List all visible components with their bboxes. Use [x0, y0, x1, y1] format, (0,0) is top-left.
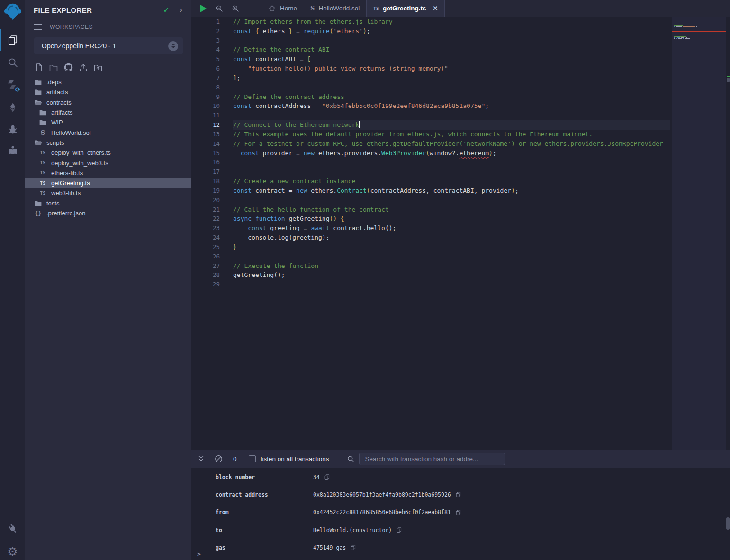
file-explorer-icon[interactable]	[0, 29, 25, 51]
new-file-icon[interactable]	[35, 63, 44, 72]
workspace-sort-icon[interactable]	[168, 41, 178, 51]
code-line-23: 23 const greeting = await contract.hello…	[191, 223, 670, 233]
json-icon: {}	[34, 210, 42, 217]
copy-icon[interactable]	[455, 509, 461, 516]
tree-item-tests[interactable]: tests	[25, 198, 191, 208]
line-number: 7	[191, 73, 220, 83]
minimap-line	[674, 21, 681, 21]
tree-item-ethers-lib-ts[interactable]: TSethers-lib.ts	[25, 168, 191, 178]
ts-icon: TS	[373, 6, 379, 11]
ts-icon: TS	[39, 170, 47, 175]
minimap-line	[674, 26, 697, 27]
ts-icon: TS	[39, 160, 47, 165]
tab-helloworld-sol[interactable]: SHelloWorld.sol	[304, 0, 366, 17]
copy-icon[interactable]	[324, 474, 330, 480]
line-number: 11	[191, 111, 220, 120]
tree-item-web3-lib-ts[interactable]: TSweb3-lib.ts	[25, 188, 191, 198]
terminal-scrollbar-thumb[interactable]	[726, 517, 730, 530]
terminal-toolbar: 0 listen on all transactions	[191, 450, 730, 468]
minimap-line	[674, 36, 686, 37]
solidity-compiler-icon[interactable]: ⟳	[0, 74, 25, 96]
tree-item-deploy-with-web3-ts[interactable]: TSdeploy_with_web3.ts	[25, 158, 191, 168]
code-line-3: 3	[191, 36, 670, 45]
tree-item-helloworld-sol[interactable]: SHelloWorld.sol	[25, 127, 191, 137]
line-number: 15	[191, 149, 220, 158]
tree-item-wip[interactable]: WIP	[25, 117, 191, 127]
line-number: 18	[191, 177, 220, 186]
copy-icon[interactable]	[396, 527, 402, 533]
scroll-to-bottom-icon[interactable]	[197, 455, 205, 463]
file-explorer-panel: FILE EXPLORER ✓ › WORKSPACES OpenZeppeli…	[25, 0, 191, 560]
upload-folder-icon[interactable]	[93, 63, 103, 72]
tx-detail-value: 475149 gas	[313, 544, 346, 551]
minimap-line	[674, 37, 688, 38]
tree-item-contracts[interactable]: contracts	[25, 98, 191, 107]
minimap-line	[674, 38, 690, 38]
settings-icon[interactable]: ⚙	[0, 541, 25, 560]
tab-label: HelloWorld.sol	[318, 5, 360, 12]
code-line-24: 24 console.log(greeting);	[191, 233, 670, 242]
upload-file-icon[interactable]	[79, 63, 88, 72]
pending-tx-count: 0	[233, 455, 237, 462]
hamburger-menu-icon[interactable]	[34, 23, 42, 31]
workspace-select[interactable]: OpenZeppelin ERC20 - 1	[34, 37, 183, 54]
chevron-right-icon[interactable]: ›	[180, 5, 182, 15]
line-number: 25	[191, 242, 220, 252]
terminal-search-input[interactable]	[359, 453, 505, 465]
minimap-line	[674, 22, 682, 22]
learneth-icon[interactable]	[0, 140, 25, 161]
deploy-run-icon[interactable]	[0, 97, 25, 118]
code-text: ];	[233, 73, 670, 83]
tree-item--deps[interactable]: .deps	[25, 77, 191, 87]
copy-icon[interactable]	[350, 544, 356, 551]
tx-detail-row-from: from0x42452c22c88178685850e68beb6cf0f2ae…	[191, 504, 730, 521]
minimap-line	[674, 39, 681, 39]
code-editor[interactable]: 1// Import ethers from the ethers.js lib…	[191, 17, 670, 450]
check-icon[interactable]: ✓	[163, 6, 170, 14]
search-icon[interactable]	[0, 52, 25, 73]
tree-item--prettierrc-json[interactable]: {}.prettierrc.json	[25, 208, 191, 218]
tree-item-scripts[interactable]: scripts	[25, 138, 191, 148]
code-text: }	[233, 242, 670, 252]
debugger-icon[interactable]	[0, 119, 25, 141]
line-number: 27	[191, 261, 220, 271]
close-tab-icon[interactable]: ✕	[433, 5, 438, 12]
terminal-panel: 0 listen on all transactions block numbe…	[191, 450, 730, 560]
clear-console-icon[interactable]	[214, 454, 223, 463]
editor-scrollbar-thumb[interactable]	[727, 78, 730, 82]
new-folder-icon[interactable]	[49, 63, 58, 72]
code-text	[233, 252, 670, 261]
line-number: 28	[191, 270, 220, 280]
minimap[interactable]	[672, 17, 726, 450]
listen-all-transactions-label[interactable]: listen on all transactions	[261, 455, 329, 462]
copy-icon[interactable]	[455, 491, 461, 498]
zoom-out-icon[interactable]	[211, 0, 227, 17]
tx-detail-label: gas	[216, 544, 313, 551]
github-icon[interactable]	[63, 62, 73, 72]
tab-getgreeting-ts[interactable]: TSgetGreeting.ts✕	[366, 0, 445, 17]
line-number: 21	[191, 205, 220, 214]
code-text	[233, 36, 670, 45]
code-text: const contract = new ethers.Contract(con…	[233, 186, 670, 196]
listen-all-transactions-checkbox[interactable]	[249, 455, 256, 462]
activity-rail: ⟳⚙	[0, 0, 25, 560]
tabs: HomeSHelloWorld.solTSgetGreeting.ts✕	[250, 0, 445, 17]
text-cursor	[359, 121, 360, 128]
tree-item-deploy-with-ethers-ts[interactable]: TSdeploy_with_ethers.ts	[25, 148, 191, 158]
tab-home[interactable]: Home	[261, 0, 304, 17]
line-number: 8	[191, 83, 220, 92]
code-text	[233, 83, 670, 92]
file-name: contracts	[46, 99, 72, 106]
tree-item-artifacts[interactable]: artifacts	[25, 107, 191, 117]
minimap-error-line	[672, 31, 726, 32]
code-line-16: 16	[191, 158, 670, 167]
zoom-in-icon[interactable]	[227, 0, 243, 17]
workspaces-label: WORKSPACES	[50, 24, 93, 30]
tree-item-artifacts[interactable]: artifacts	[25, 87, 191, 97]
tree-item-getgreeting-ts[interactable]: TSgetGreeting.ts	[25, 178, 191, 188]
run-script-button[interactable]	[195, 0, 211, 17]
plugin-manager-icon[interactable]	[0, 518, 25, 540]
code-line-29: 29	[191, 280, 670, 289]
explorer-header: FILE EXPLORER ✓ ›	[25, 0, 191, 15]
sol-icon: S	[39, 129, 47, 136]
